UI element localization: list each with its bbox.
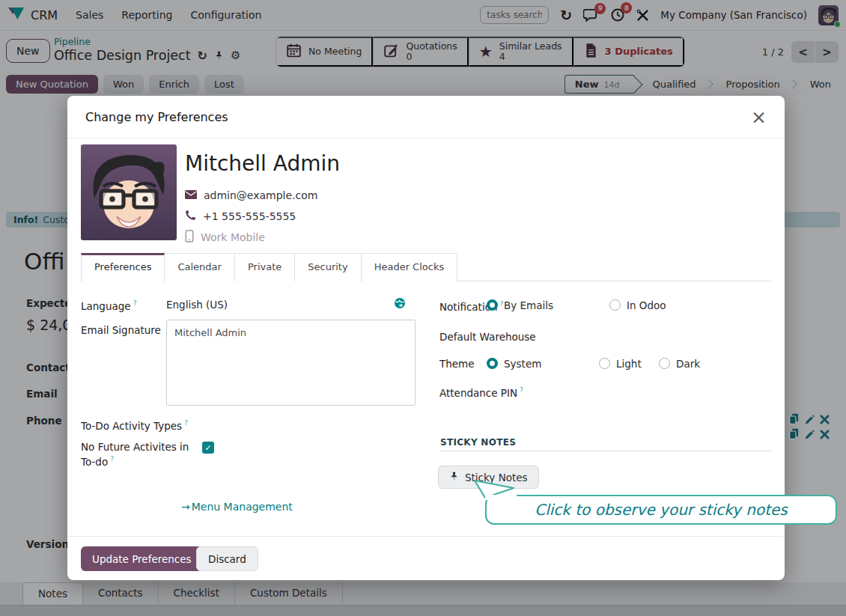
pin-icon — [449, 471, 459, 484]
sticky-notes-divider — [440, 451, 771, 451]
help-icon: ? — [184, 418, 188, 427]
envelope-icon — [185, 189, 197, 201]
user-email-field[interactable]: admin@example.com — [185, 189, 317, 201]
mobile-icon — [185, 230, 194, 245]
theme-dark-radio[interactable] — [659, 358, 670, 369]
language-select[interactable]: English (US) — [166, 299, 228, 311]
note-delete-icon[interactable] — [820, 428, 830, 440]
todo-types-label: To-Do Activity Types? — [81, 418, 188, 432]
no-future-label-line1: No Future Activites in — [81, 441, 189, 453]
user-name: Mitchell Admin — [185, 151, 340, 176]
tooltip-tail — [472, 479, 517, 500]
discard-button[interactable]: Discard — [196, 546, 258, 571]
note-edit-icon[interactable] — [804, 413, 815, 425]
tab-header-clocks[interactable]: Header Clocks — [362, 253, 458, 281]
tooltip-bubble: Click to observe your sticky notes — [485, 495, 837, 525]
globe-icon — [394, 297, 406, 311]
theme-system-radio[interactable] — [487, 358, 498, 369]
no-future-label-line2: To-do? — [81, 454, 114, 468]
phone-icon — [185, 210, 196, 223]
help-icon: ? — [133, 299, 137, 307]
dialog-title: Change my Preferences — [85, 110, 228, 124]
language-label: Language? — [81, 299, 137, 312]
dialog-header: Change my Preferences × — [67, 96, 785, 138]
update-preferences-button[interactable]: Update Preferences — [81, 546, 203, 571]
signature-textarea[interactable]: Mitchell Admin — [166, 320, 416, 406]
note-copy-icon[interactable] — [788, 413, 800, 425]
help-icon: ? — [520, 385, 523, 394]
theme-system-label[interactable]: System — [504, 358, 541, 370]
note-actions-row — [788, 428, 830, 440]
notification-by-emails-radio[interactable] — [487, 299, 498, 311]
notification-in-odoo-radio[interactable] — [609, 299, 621, 311]
user-phone-field[interactable]: +1 555-555-5555 — [185, 210, 296, 223]
close-icon[interactable]: × — [751, 108, 767, 126]
tab-preferences[interactable]: Preferences — [81, 253, 165, 282]
tab-calendar[interactable]: Calendar — [165, 253, 234, 281]
note-delete-icon[interactable] — [820, 413, 830, 425]
user-mobile-field[interactable]: Work Mobile — [185, 230, 265, 245]
notification-in-odoo-label[interactable]: In Odoo — [627, 299, 666, 311]
theme-light-label[interactable]: Light — [616, 358, 642, 370]
theme-label: Theme — [439, 358, 475, 370]
theme-dark-label[interactable]: Dark — [676, 358, 700, 370]
note-edit-icon[interactable] — [804, 428, 815, 440]
default-warehouse-label: Default Warehouse — [439, 331, 536, 343]
tooltip-text: Click to observe your sticky notes — [535, 501, 788, 519]
note-copy-icon[interactable] — [788, 428, 800, 440]
tab-private[interactable]: Private — [235, 253, 295, 281]
note-actions-row — [788, 413, 830, 425]
dialog-footer-divider — [67, 536, 785, 537]
signature-label: Email Signature — [81, 324, 161, 336]
help-icon: ? — [499, 299, 503, 308]
no-future-checkbox[interactable]: ✓ — [202, 442, 214, 454]
notification-by-emails-label[interactable]: By Emails — [504, 299, 553, 311]
preferences-tabs: Preferences Calendar Private Security He… — [81, 253, 771, 281]
tab-security[interactable]: Security — [295, 253, 361, 281]
menu-management-link[interactable]: → Menu Management — [181, 501, 293, 513]
theme-light-radio[interactable] — [599, 358, 610, 369]
sticky-notes-header: STICKY NOTES — [440, 437, 516, 448]
profile-avatar[interactable] — [81, 144, 177, 240]
attendance-pin-label: Attendance PIN? — [439, 385, 523, 399]
screen: CRM Sales Reporting Configuration ↻ 9 8 … — [0, 0, 846, 616]
help-icon: ? — [110, 454, 114, 463]
arrow-right-icon: → — [181, 501, 190, 513]
